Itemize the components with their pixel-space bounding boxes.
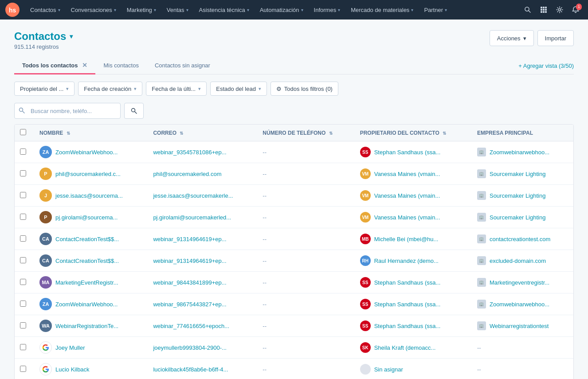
topnav-marketing[interactable]: Marketing ▾ [122,0,161,20]
topnav-contactos[interactable]: Contactos ▾ [25,0,66,20]
row-email-cell: phil@sourcemakerled.com [148,163,257,185]
owner-name[interactable]: Vanessa Maines (vmain... [374,171,440,177]
row-checkbox[interactable] [20,148,26,155]
contact-name[interactable]: pj.girolami@sourcema... [55,214,118,221]
owner-name[interactable]: Vanessa Maines (vmain... [374,214,440,221]
company-name[interactable]: Zoomwebinarwebhoo... [490,301,549,308]
owner-name[interactable]: Sin asignar [374,366,403,373]
row-checkbox[interactable] [20,170,26,176]
row-checkbox[interactable] [20,192,26,198]
company-name[interactable]: excluded-domain.com [490,258,546,264]
header-propietario-sort[interactable]: ⇅ [443,131,446,136]
contact-email[interactable]: jesse.isaacs@sourcemakerle... [153,192,233,199]
filter-propietario[interactable]: Propietario del ... ▾ [14,82,74,96]
contact-name[interactable]: MarketingEventRegistr... [55,279,118,286]
company-name[interactable]: Sourcemaker Lighting [490,192,545,199]
contact-email[interactable]: webinar_98443841899+ep... [153,279,226,286]
contact-name[interactable]: Joey Muller [55,344,85,351]
owner-avatar: SK [360,342,371,353]
notifications-button[interactable]: 1 [568,3,583,17]
contact-email[interactable]: pj.girolami@sourcemakerled... [153,214,231,221]
importar-button[interactable]: Importar [537,30,574,46]
acciones-button[interactable]: Acciones ▾ [490,30,534,46]
owner-name[interactable]: Stephan Sandhaus (ssa... [374,279,441,286]
contact-email[interactable]: phil@sourcemakerled.com [153,171,221,177]
header-telefono[interactable]: NÚMERO DE TELÉFONO ⇅ [257,125,354,141]
owner-name[interactable]: Stephan Sandhaus (ssa... [374,301,441,308]
tab-sin[interactable]: Contactos sin asignar [147,58,218,74]
topnav-asistencia-label: Asistencia técnica [199,7,245,13]
contact-email[interactable]: joeymullerb9993804-2900-... [153,344,227,351]
owner-name[interactable]: Michelle Bei (mbei@hu... [374,236,439,242]
contact-name[interactable]: ZoomWebinarWebhoo... [55,301,118,308]
contact-email[interactable]: webinar_774616656+epoch... [153,323,229,329]
contact-name[interactable]: ZoomWebinarWebhoo... [55,149,118,156]
topnav-contactos-chevron: ▾ [58,8,60,12]
header-nombre[interactable]: NOMBRE ⇅ [34,125,148,141]
add-view-button[interactable]: + Agregar vista (3/50) [513,58,574,74]
contact-name[interactable]: WebinarRegistrationTe... [55,323,118,329]
owner-avatar: RH [360,255,371,266]
header-correo-sort[interactable]: ⇅ [180,131,183,136]
topnav-automatizacion[interactable]: Automatización ▾ [255,0,309,20]
company-name[interactable]: Sourcemaker Lighting [490,171,545,177]
owner-name[interactable]: Raul Hernandez (demo... [374,258,439,264]
row-checkbox-cell [15,359,34,379]
row-checkbox[interactable] [20,279,26,285]
all-filters-button[interactable]: ⚙ Todos los filtros (0) [270,82,338,96]
header-nombre-sort[interactable]: ⇅ [67,131,70,136]
filter-estado-lead[interactable]: Estado del lead ▾ [210,82,267,96]
contact-name[interactable]: ContactCreationTest$$... [55,258,119,264]
company-name[interactable]: contactcreationtest.com [490,236,550,242]
topnav-partner[interactable]: Partner ▾ [419,0,452,20]
topnav-mercado[interactable]: Mercado de materiales ▾ [345,0,419,20]
topnav-automatizacion-chevron: ▾ [301,8,303,12]
owner-name[interactable]: Stephan Sandhaus (ssa... [374,323,441,329]
topnav-ventas[interactable]: Ventas ▾ [161,0,194,20]
row-checkbox[interactable] [20,235,26,242]
topnav-contactos-label: Contactos [30,7,56,13]
owner-name[interactable]: Sheila Kraft (demoacc... [374,344,436,351]
row-checkbox[interactable] [20,344,26,350]
row-checkbox[interactable] [20,257,26,263]
row-checkbox[interactable] [20,301,26,307]
filter-fecha-creacion[interactable]: Fecha de creación ▾ [78,82,142,96]
apps-button[interactable] [537,3,551,17]
filter-fecha-ultima[interactable]: Fecha de la últi... ▾ [146,82,207,96]
contact-name[interactable]: phil@sourcemakerled.c... [55,171,121,177]
contact-email[interactable]: webinar_93545781086+ep... [153,149,226,156]
topnav-informes[interactable]: Informes ▾ [309,0,346,20]
settings-button[interactable] [553,3,567,17]
topnav-conversaciones[interactable]: Conversaciones ▾ [66,0,122,20]
tab-mis[interactable]: Mis contactos [95,58,146,74]
company-name[interactable]: Webinarregistrationtest [490,323,549,329]
search-input[interactable] [14,103,121,119]
company-name[interactable]: Zoomwebinarwebhoo... [490,149,549,156]
select-all-checkbox[interactable] [20,129,26,135]
contact-name[interactable]: jesse.isaacs@sourcema... [55,192,123,199]
search-button[interactable] [521,3,535,17]
contact-name[interactable]: Lucio Kilback [55,366,90,373]
row-checkbox[interactable] [20,214,26,220]
header-correo[interactable]: CORREO ⇅ [148,125,257,141]
all-filters-label: Todos los filtros (0) [284,86,333,92]
row-checkbox[interactable] [20,366,26,372]
header-propietario[interactable]: PROPIETARIO DEL CONTACTO ⇅ [355,125,472,141]
topnav-asistencia[interactable]: Asistencia técnica ▾ [194,0,255,20]
tab-todos[interactable]: Todos los contactos ✕ [14,57,95,74]
contact-email[interactable]: webinar_91314964619+ep... [153,236,226,242]
hubspot-logo[interactable]: hs [5,3,20,17]
header-telefono-sort[interactable]: ⇅ [329,131,333,136]
contact-email[interactable]: webinar_91314964619+ep... [153,258,226,264]
page-title-chevron[interactable]: ▾ [70,33,73,40]
contact-email[interactable]: luciokilback45f8ab6e-b6ff-4... [153,366,228,373]
owner-name[interactable]: Vanessa Maines (vmain... [374,192,440,199]
search-go-button[interactable] [124,103,144,119]
company-name[interactable]: Sourcemaker Lighting [490,214,545,221]
tab-todos-close[interactable]: ✕ [82,62,87,69]
contact-name[interactable]: ContactCreationTest$$... [55,236,119,242]
owner-name[interactable]: Stephan Sandhaus (ssa... [374,149,441,156]
row-checkbox[interactable] [20,322,26,328]
company-name[interactable]: Marketingeventregistr... [490,279,549,286]
contact-email[interactable]: webinar_98675443827+ep... [153,301,226,308]
